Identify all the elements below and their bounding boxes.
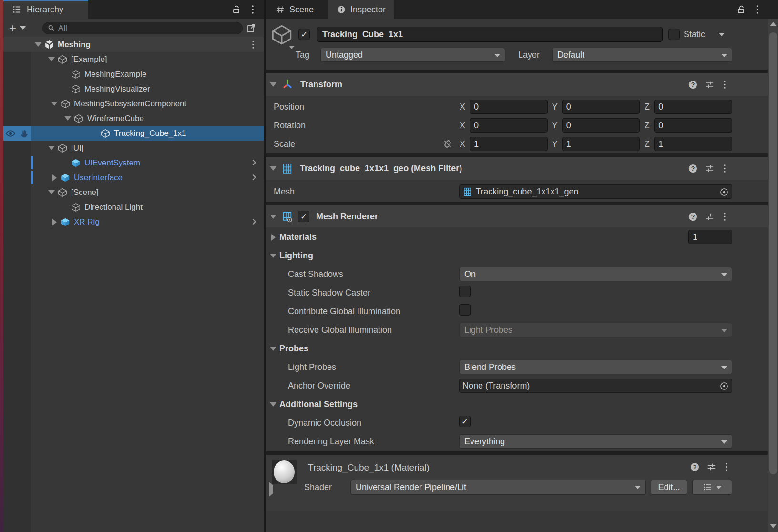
kebab-menu-icon[interactable]	[721, 211, 728, 222]
lock-icon[interactable]	[230, 4, 242, 15]
position-y-input[interactable]: 0	[562, 100, 640, 114]
kebab-menu-icon[interactable]	[753, 4, 762, 15]
scroll-down-arrow-icon[interactable]	[770, 524, 777, 528]
hierarchy-item-scene[interactable]: [Scene]	[3, 185, 264, 200]
scale-x-input[interactable]: 1	[470, 137, 548, 151]
kebab-menu-icon[interactable]	[248, 4, 257, 15]
static-shadow-caster-checkbox[interactable]	[459, 286, 471, 297]
anchor-override-field[interactable]: None (Transform)	[459, 379, 732, 393]
foldout-open-icon[interactable]	[48, 146, 55, 150]
create-object-button[interactable]: +	[9, 23, 26, 33]
tab-hierarchy[interactable]: Hierarchy	[3, 0, 88, 19]
lighting-foldout[interactable]: Lighting	[266, 247, 768, 264]
receive-gi-dropdown: Light Probes	[459, 323, 732, 337]
shader-edit-button[interactable]: Edit...	[651, 480, 687, 495]
scrollbar-thumb[interactable]	[769, 32, 777, 474]
contribute-gi-checkbox[interactable]	[459, 304, 471, 316]
scene-header-meshing[interactable]: Meshing	[3, 37, 264, 52]
pointing-hand-icon[interactable]	[19, 128, 30, 139]
rotation-z-input[interactable]: 0	[654, 118, 732, 133]
additional-settings-foldout[interactable]: Additional Settings	[266, 396, 768, 413]
inspector-panel: Scene Inspector	[266, 0, 778, 532]
probes-foldout[interactable]: Probes	[266, 340, 768, 357]
hierarchy-item-example[interactable]: [Example]	[3, 52, 264, 67]
static-flags-caret[interactable]	[719, 33, 725, 36]
foldout-open-icon[interactable]	[270, 215, 276, 219]
presets-icon[interactable]	[704, 211, 715, 222]
tag-dropdown[interactable]: Untagged	[320, 48, 505, 62]
hierarchy-item-uieventsystem[interactable]: UIEventSystem	[3, 155, 264, 170]
hierarchy-item-wireframecube[interactable]: WireframeCube	[3, 111, 264, 126]
scroll-up-arrow-icon[interactable]	[770, 22, 777, 26]
hierarchy-item-xr-rig[interactable]: XR Rig	[3, 215, 264, 229]
static-checkbox[interactable]	[668, 29, 680, 40]
foldout-open-icon[interactable]	[48, 57, 55, 61]
shader-dropdown[interactable]: Universal Render Pipeline/Lit	[350, 480, 646, 495]
materials-count-field[interactable]: 1	[688, 230, 732, 244]
foldout-closed-icon[interactable]	[52, 219, 57, 225]
mesh-filter-header[interactable]: Tracking_cube_1x1x1_geo (Mesh Filter) ?	[266, 157, 768, 180]
transform-header[interactable]: Transform ?	[266, 73, 768, 96]
materials-foldout[interactable]: Materials 1	[266, 229, 768, 246]
hierarchy-item-ui[interactable]: [UI]	[3, 141, 264, 155]
gameobject-name-input[interactable]: Tracking_Cube_1x1	[317, 27, 663, 42]
tab-inspector[interactable]: Inspector	[328, 0, 394, 19]
prefab-open-chevron-icon[interactable]	[250, 172, 258, 183]
help-icon[interactable]: ?	[687, 79, 698, 90]
hierarchy-item-userinterface[interactable]: UserInterface	[3, 170, 264, 185]
foldout-open-icon[interactable]	[51, 102, 58, 106]
hierarchy-item-tracking-cube-selected[interactable]: Tracking_Cube_1x1	[3, 126, 264, 141]
material-preview-thumbnail[interactable]	[272, 460, 297, 484]
presets-icon[interactable]	[704, 163, 715, 174]
scale-y-input[interactable]: 1	[562, 137, 640, 151]
scale-z-input[interactable]: 1	[654, 137, 732, 151]
presets-icon[interactable]	[706, 461, 717, 472]
presets-icon[interactable]	[704, 79, 715, 90]
gameobject-icon[interactable]	[270, 23, 294, 47]
rendering-layer-mask-dropdown[interactable]: Everything	[459, 434, 732, 449]
tab-scene[interactable]: Scene	[267, 0, 322, 19]
position-x-input[interactable]: 0	[470, 100, 548, 114]
position-z-input[interactable]: 0	[654, 100, 732, 114]
help-icon[interactable]: ?	[689, 461, 700, 472]
foldout-open-icon[interactable]	[270, 166, 276, 171]
eye-icon[interactable]	[4, 128, 17, 139]
hierarchy-item-meshingvisualizer[interactable]: MeshingVisualizer	[3, 82, 264, 96]
hierarchy-item-meshingexample[interactable]: MeshingExample	[3, 67, 264, 82]
scene-kebab-icon[interactable]	[249, 39, 257, 50]
lock-icon[interactable]	[735, 4, 747, 15]
shader-menu-button[interactable]	[692, 480, 732, 495]
prefab-open-chevron-icon[interactable]	[250, 157, 258, 168]
help-icon[interactable]: ?	[687, 211, 698, 222]
mesh-renderer-header[interactable]: ✓ Mesh Renderer ?	[266, 205, 768, 227]
cast-shadows-dropdown[interactable]: On	[459, 267, 732, 281]
prefab-open-chevron-icon[interactable]	[250, 216, 258, 227]
hierarchy-item-meshingsubsystemcomponent[interactable]: MeshingSubsystemComponent	[3, 96, 264, 111]
mesh-renderer-enabled-checkbox[interactable]: ✓	[298, 211, 309, 222]
hierarchy-item-directional-light[interactable]: Directional Light	[3, 200, 264, 215]
foldout-closed-icon[interactable]	[52, 174, 57, 181]
help-icon[interactable]: ?	[687, 163, 698, 174]
hierarchy-search-input[interactable]: All	[42, 22, 243, 34]
unlinked-scale-icon[interactable]	[441, 138, 454, 150]
material-foldout-closed-icon[interactable]	[269, 485, 273, 494]
foldout-open-icon[interactable]	[35, 42, 41, 47]
foldout-open-icon[interactable]	[270, 82, 276, 87]
layer-dropdown[interactable]: Default	[552, 48, 732, 62]
inspector-scrollbar[interactable]	[768, 19, 778, 532]
object-picker-icon[interactable]	[718, 186, 730, 198]
kebab-menu-icon[interactable]	[721, 163, 728, 174]
light-probes-dropdown[interactable]: Blend Probes	[459, 360, 732, 374]
rotation-y-input[interactable]: 0	[562, 118, 640, 133]
kebab-menu-icon[interactable]	[723, 461, 730, 472]
foldout-open-icon[interactable]	[48, 190, 55, 194]
mesh-object-field[interactable]: Tracking_cube_1x1x1_geo	[459, 184, 732, 199]
foldout-open-icon[interactable]	[64, 116, 71, 121]
icon-dropdown-caret[interactable]	[289, 46, 295, 49]
kebab-menu-icon[interactable]	[721, 79, 728, 90]
active-checkbox[interactable]: ✓	[298, 29, 310, 40]
object-picker-icon[interactable]	[718, 380, 730, 392]
rotation-x-input[interactable]: 0	[470, 118, 548, 133]
dynamic-occlusion-checkbox[interactable]: ✓	[459, 416, 471, 427]
popout-window-icon[interactable]	[246, 22, 257, 34]
